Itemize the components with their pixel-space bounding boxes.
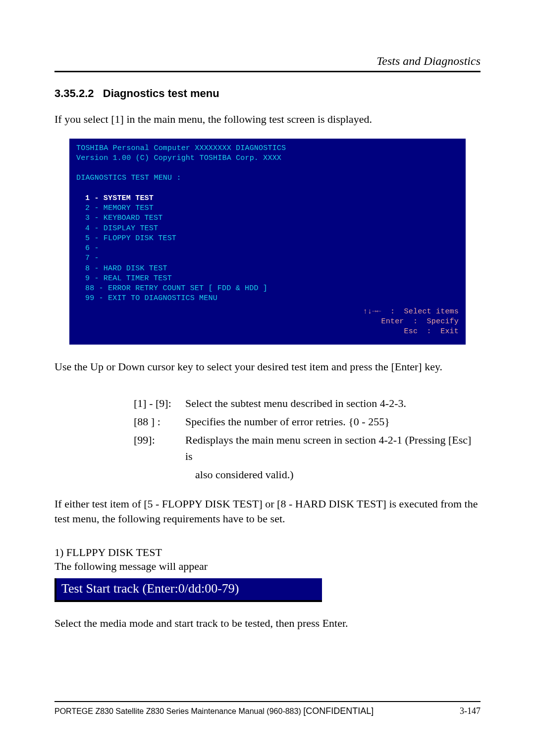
chapter-header: Tests and Diagnostics — [54, 54, 481, 68]
diag-item-7: 7 - — [85, 253, 459, 263]
select-media-text: Select the media mode and start track to… — [54, 616, 481, 631]
diag-item-3: 3 - KEYBOARD TEST — [85, 213, 459, 223]
diag-item-8: 8 - HARD DISK TEST — [85, 264, 459, 274]
diag-title-line1: TOSHIBA Personal Computer XXXXXXXX DIAGN… — [76, 144, 459, 153]
footer-manual-title: PORTEGE Z830 Satellite Z830 Series Maint… — [54, 707, 303, 715]
diag-item-99: 99 - EXIT TO DIAGNOSTICS MENU — [85, 294, 459, 303]
page: Tests and Diagnostics 3.35.2.2 Diagnosti… — [0, 0, 535, 756]
diag-item-4: 4 - DISPLAY TEST — [85, 224, 459, 234]
after-screenshot-text: Use the Up or Down cursor key to select … — [54, 359, 481, 374]
diagnostics-screenshot: TOSHIBA Personal Computer XXXXXXXX DIAGN… — [69, 139, 466, 345]
track-prompt-box: Test Start track (Enter:0/dd:00-79) — [54, 578, 322, 602]
header-rule — [54, 71, 481, 72]
diag-item-88: 88 - ERROR RETRY COUNT SET [ FDD & HDD ] — [85, 284, 459, 294]
condition-paragraph: If either test item of [5 - FLOPPY DISK … — [54, 497, 481, 526]
diag-item-1: 1 - SYSTEM TEST — [85, 194, 459, 203]
diag-menu-title: DIAGNOSTICS TEST MENU : — [76, 173, 459, 183]
diag-item-6: 6 - — [85, 244, 459, 253]
footer-confidential: [CONFIDENTIAL] — [303, 706, 374, 716]
opt-1-9-key: [1] - [9]: — [134, 395, 183, 411]
opt-99-val: Redisplays the main menu screen in secti… — [183, 432, 481, 464]
opt-99-val-cont: also considered valid.) — [195, 466, 481, 483]
diag-title-line2: Version 1.00 (C) Copyright TOSHIBA Corp.… — [76, 153, 459, 163]
opt-88-key: [88 ] : — [134, 413, 183, 430]
section-heading: 3.35.2.2 Diagnostics test menu — [54, 87, 481, 100]
floppy-disk-head: 1) FLLPPY DISK TEST — [54, 546, 481, 559]
intro-paragraph: If you select [1] in the main menu, the … — [54, 112, 481, 127]
footer-left: PORTEGE Z830 Satellite Z830 Series Maint… — [54, 706, 374, 716]
opt-1-9-val: Select the subtest menu described in sec… — [183, 395, 481, 411]
footer-rule — [54, 701, 481, 702]
opt-88-val: Specifies the number of error retries. {… — [183, 413, 481, 430]
diag-keys-line2: Enter : Specify — [381, 317, 459, 326]
diag-keys-line3: Esc : Exit — [395, 327, 459, 336]
diag-item-9: 9 - REAL TIMER TEST — [85, 274, 459, 284]
diag-keys-line1: ↑↓→← : Select items — [363, 307, 459, 316]
section-number: 3.35.2.2 — [54, 87, 94, 100]
diag-item-2: 2 - MEMORY TEST — [85, 203, 459, 213]
diag-item-5: 5 - FLOPPY DISK TEST — [85, 234, 459, 244]
diag-key-help: ↑↓→← : Select items Enter : Specify Esc … — [76, 307, 459, 337]
page-footer: PORTEGE Z830 Satellite Z830 Series Maint… — [54, 701, 481, 716]
section-title: Diagnostics test menu — [103, 87, 219, 100]
opt-99-key: [99]: — [134, 432, 183, 464]
floppy-disk-sub: The following message will appear — [54, 559, 481, 574]
option-descriptions: [1] - [9]: Select the subtest menu descr… — [134, 395, 481, 483]
footer-page-number: 3-147 — [460, 706, 481, 716]
